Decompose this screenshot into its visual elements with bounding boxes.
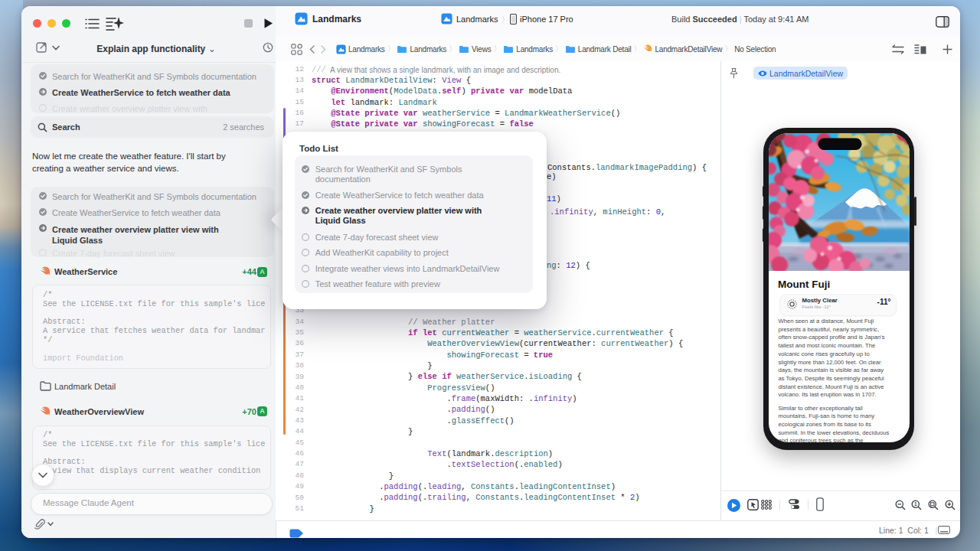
svg-text:1: 1 bbox=[914, 501, 917, 507]
